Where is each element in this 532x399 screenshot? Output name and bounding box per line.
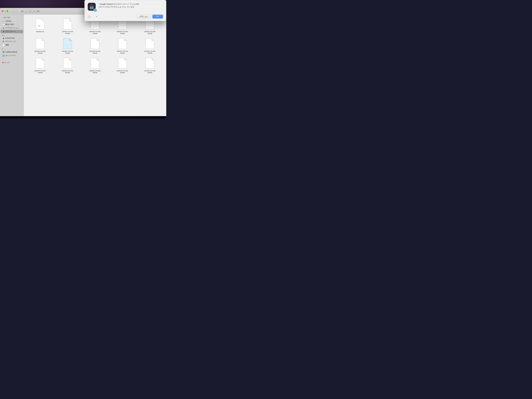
file-name: decision.csv.crdownload <box>62 70 73 74</box>
sidebar-item-network[interactable]: 🌐 ネットワーク <box>0 54 23 57</box>
crdo-file-icon <box>63 18 72 30</box>
documents-icon: 📄 <box>2 44 5 46</box>
dialog-icon-area <box>88 3 97 12</box>
sidebar-item-label: デスクトップ <box>5 40 16 43</box>
minimize-button[interactable] <box>4 10 6 12</box>
file-item-crdo-10[interactable]: decision.csv.crdownload <box>26 56 54 75</box>
file-name: decision.csv.crdownload <box>117 50 128 54</box>
crdo-file-icon <box>63 57 72 69</box>
nav-buttons: ‹ › <box>11 10 18 13</box>
file-name: decision.csv.crdownload <box>144 31 155 34</box>
forward-button[interactable]: › <box>14 10 18 13</box>
traffic-lights <box>2 10 8 12</box>
close-button[interactable] <box>2 10 3 12</box>
desktop-icon: 🖥 <box>2 40 5 43</box>
svg-text:CSV: CSV <box>38 25 40 27</box>
view-gallery-button[interactable]: ⊡ <box>32 10 36 13</box>
plus-icon: + <box>96 15 97 18</box>
dialog-title: "Google Chrome"から"ダウンロード"フォルダ内のファイルにアクセス… <box>99 3 163 8</box>
dialog-text: "Google Chrome"から"ダウンロード"フォルダ内のファイルにアクセス… <box>99 3 163 9</box>
icloud-icon: ☁ <box>2 37 5 39</box>
sidebar-item-icloud[interactable]: ☁ iCloud Drive <box>0 36 23 40</box>
sidebar-item-label: 最近の項目 <box>5 23 14 25</box>
sidebar-item-airdrop[interactable]: 📡 AirDrop <box>0 19 23 23</box>
view-column-button[interactable]: ⊟ <box>28 10 32 13</box>
sidebar-item-label: 書類 <box>5 44 9 46</box>
sidebar-item-macbook[interactable]: 💻 matildaのMacB... <box>0 50 23 54</box>
files-area: CSV decision.csv decision.csv.crdownload <box>24 14 166 116</box>
view-buttons: ⊞⊞ ≡ ⊟ ⊡ ⊞⊞ <box>20 10 40 13</box>
file-name: decision.csv.crdownload <box>144 50 155 54</box>
file-item-crdo-13[interactable]: decision.csv.crdownload <box>109 56 136 75</box>
sidebar-item-label: AirDrop <box>5 20 11 22</box>
file-item-crdo-14[interactable]: decision.csv.crdownload <box>136 56 164 75</box>
finder-window: ‹ › ⊞⊞ ≡ ⊟ ⊡ ⊞⊞ く使う項目 📡 AirDrop 🕐 最近の項目 <box>0 8 166 116</box>
red-tag-dot <box>2 62 4 63</box>
recent-icon: 🕐 <box>2 23 5 25</box>
allow-button[interactable]: OK <box>152 15 163 19</box>
sidebar-item-label: ダウンロード <box>5 30 16 33</box>
svg-point-2 <box>91 7 92 8</box>
file-name: decision.csv.crdownload <box>62 31 73 34</box>
applications-icon: A <box>2 27 5 29</box>
csv-file-icon: CSV <box>35 18 45 30</box>
sidebar-item-applications[interactable]: A アプリケーション <box>0 26 23 30</box>
crdo-file-icon <box>90 57 100 69</box>
file-name: decision.csv.crdownload <box>35 50 46 54</box>
sidebar-section-tags: グ <box>0 57 24 61</box>
crdo-file-icon <box>145 38 155 50</box>
file-item-crdo-9[interactable]: decision.csv.crdownload <box>136 37 164 55</box>
file-item-crdo-6[interactable]: decision.csv.crdownload <box>54 37 81 55</box>
sidebar-item-label: matildaのMacB... <box>5 51 19 53</box>
chrome-badge <box>94 9 97 12</box>
dialog-content: "Google Chrome"から"ダウンロード"フォルダ内のファイルにアクセス… <box>88 3 163 12</box>
file-name: decision.csv.crdownload <box>89 50 101 54</box>
dialog-buttons: ? + 許可しない OK <box>88 14 163 19</box>
sidebar-item-downloads[interactable]: ⬇ ダウンロード <box>0 30 23 33</box>
file-name: decision.csv.crdownload <box>117 70 128 74</box>
sidebar: く使う項目 📡 AirDrop 🕐 最近の項目 A アプリケーション ⬇ ダウン… <box>0 14 24 116</box>
file-item-crdo-7[interactable]: decision.csv.crdownload <box>81 37 109 55</box>
sidebar-item-label: ネットワーク <box>5 54 16 57</box>
sidebar-section-label: く使う項目 <box>2 17 10 19</box>
sidebar-item-desktop[interactable]: 🖥 デスクトップ <box>0 40 23 43</box>
sidebar-item-label: iCloud Drive <box>5 37 15 39</box>
sidebar-item-red-tag[interactable]: レッド <box>0 61 23 64</box>
file-item-crdo-5[interactable]: decision.csv.crdownload <box>26 37 54 55</box>
file-item-crdo-11[interactable]: decision.csv.crdownload <box>54 56 81 75</box>
file-item-crdo-12[interactable]: decision.csv.crdownload <box>81 56 109 75</box>
downloads-icon: ⬇ <box>2 31 5 33</box>
file-item-crdo-1[interactable]: decision.csv.crdownload <box>54 17 81 36</box>
sidebar-item-recent[interactable]: 🕐 最近の項目 <box>0 23 23 26</box>
finder-content: く使う項目 📡 AirDrop 🕐 最近の項目 A アプリケーション ⬇ ダウン… <box>0 14 166 116</box>
file-name: decision.csv <box>36 31 44 32</box>
file-name: decision.csv.crdownload <box>62 50 73 54</box>
file-name: decision.csv.crdownload <box>89 31 101 34</box>
help-button[interactable]: ? <box>88 16 91 19</box>
sidebar-item-label: アプリケーション <box>5 27 19 29</box>
file-item-decision-csv[interactable]: CSV decision.csv <box>26 17 54 36</box>
crdo-file-icon <box>145 57 155 69</box>
file-name: decision.csv.crdownload <box>144 70 155 74</box>
sidebar-section-locations: 所 <box>0 47 24 50</box>
crdo-file-icon <box>118 57 127 69</box>
maximize-button[interactable] <box>6 10 8 12</box>
file-item-crdo-8[interactable]: decision.csv.crdownload <box>109 37 136 55</box>
view-extra-button[interactable]: ⊞⊞ <box>36 10 40 13</box>
sidebar-item-documents[interactable]: 📄 書類 <box>0 43 23 47</box>
airdrop-icon: 📡 <box>2 20 5 22</box>
file-name: decision.csv.crdownload <box>117 31 128 34</box>
crdo-file-icon <box>90 38 100 50</box>
file-name: decision.csv.crdownload <box>35 70 46 74</box>
view-icon-button[interactable]: ⊞⊞ <box>20 10 24 13</box>
crdo-file-icon <box>63 38 72 50</box>
sidebar-item-label: レッド <box>5 61 10 64</box>
sidebar-section-favorites: く使う項目 <box>0 16 23 19</box>
crdo-file-icon <box>118 38 127 50</box>
network-icon: 🌐 <box>2 55 5 57</box>
crdo-file-icon <box>35 57 45 69</box>
view-list-button[interactable]: ≡ <box>24 10 28 13</box>
back-button[interactable]: ‹ <box>11 10 14 13</box>
deny-button[interactable]: 許可しない <box>137 14 151 19</box>
crdo-file-icon <box>35 38 45 50</box>
